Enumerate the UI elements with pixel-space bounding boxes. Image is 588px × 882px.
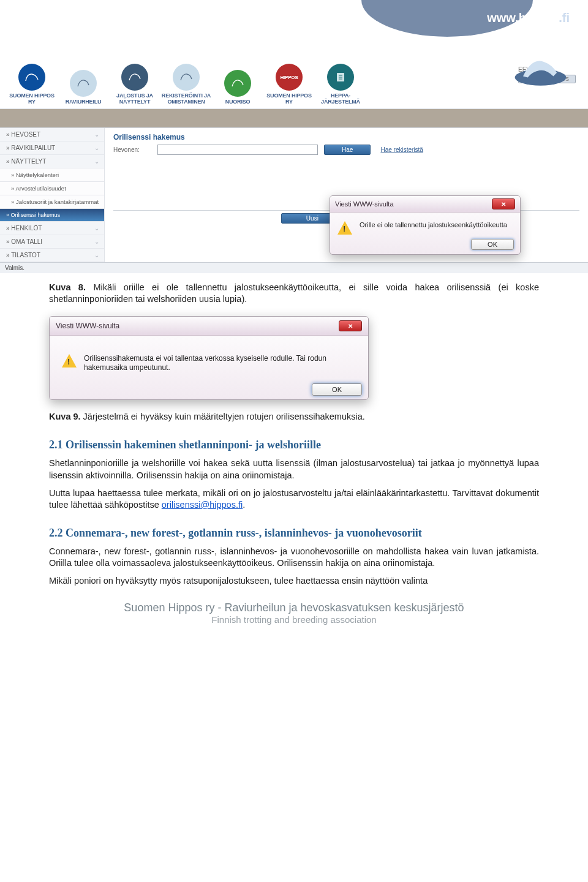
nav-item-youth[interactable]: NUORISO — [212, 70, 263, 108]
email-link[interactable]: orilisenssi@hippos.fi — [162, 500, 243, 510]
nav-item-register[interactable]: REKISTERÖINTI JA OMISTAMINEN — [160, 64, 212, 108]
brand-tld: .fi — [559, 11, 570, 24]
fig9-text: Järjestelmä ei hyväksy kuin määriteltyje… — [81, 412, 365, 421]
side-item-omatalli[interactable]: » OMA TALLI⌄ — [0, 235, 104, 249]
chevron-down-icon: ⌄ — [94, 158, 99, 165]
chevron-down-icon: ⌄ — [94, 252, 99, 258]
warning-icon — [337, 221, 352, 235]
fig8-text: Mikäli oriille ei ole tallennettu jalost… — [49, 282, 539, 304]
footer-line-1: Suomen Hippos ry - Raviurheilun ja hevos… — [0, 601, 588, 614]
brand-name: hippos — [519, 11, 559, 24]
page-footer: Suomen Hippos ry - Raviurheilun ja hevos… — [0, 601, 588, 625]
document-body-2: Kuva 9. Järjestelmä ei hyväksy kuin määr… — [0, 402, 588, 587]
app-screenshot: SUOMEN HIPPOS RY RAVIURHEILU JALOSTUS JA… — [0, 48, 588, 273]
registry-link[interactable]: Hae rekisteristä — [380, 146, 423, 153]
para-2-1b: Uutta lupaa haettaessa tulee merkata, mi… — [49, 488, 539, 511]
search-button[interactable]: Hae — [324, 145, 371, 155]
side-sub-jalostus[interactable]: » Jalostusoriit ja kantakirjatammat — [0, 195, 104, 209]
para-2-2a: Connemara-, new forest-, gotlannin russ-… — [49, 546, 539, 569]
document-body: Kuva 8. Mikäli oriille ei ole tallennett… — [0, 273, 588, 305]
document-icon — [327, 64, 354, 91]
svg-point-0 — [515, 69, 567, 86]
para-2-2b: Mikäli poniori on hyväksytty myös ratsup… — [49, 575, 539, 587]
dialog-title: Viesti WWW-sivulta — [56, 322, 119, 330]
nav-item-racing[interactable]: RAVIURHEILU — [58, 70, 109, 108]
heading-2-2: 2.2 Connemara-, new forest-, gotlannin r… — [49, 527, 539, 540]
horse-input[interactable] — [157, 145, 318, 155]
side-sub-arvostelu[interactable]: » Arvostelutilaisuudet — [0, 182, 104, 195]
brand-prefix: www. — [487, 11, 518, 24]
nav-item-hippos[interactable]: SUOMEN HIPPOS RY — [6, 64, 58, 108]
side-item-tilastot[interactable]: » TILASTOT⌄ — [0, 249, 104, 262]
dialog-message: Orilisenssihakemusta ei voi tallentaa ve… — [84, 354, 357, 372]
dialog-message: Orille ei ole tallennettu jalostukseenkä… — [360, 221, 507, 230]
side-sub-kalenteri[interactable]: » Näyttelykalenteri — [0, 168, 104, 182]
app-body: » HEVOSET⌄ » RAVIKILPAILUT⌄ » NÄYTTELYT⌄… — [0, 127, 588, 262]
alert-dialog-2: Viesti WWW-sivulta ✕ Orilisenssihakemust… — [49, 316, 369, 400]
dialog-titlebar: Viesti WWW-sivulta ✕ — [50, 317, 368, 336]
form-title: Orilisenssi hakemus — [113, 133, 579, 141]
chevron-down-icon: ⌄ — [94, 238, 99, 245]
nav-item-heppa[interactable]: HEPPA-JÄRJESTELMÄ — [315, 64, 366, 108]
horse-icon — [18, 64, 45, 91]
main-panel: Orilisenssi hakemus Hevonen: Hae Hae rek… — [105, 128, 588, 262]
side-item-henkilot[interactable]: » HENKILÖT⌄ — [0, 222, 104, 235]
horse-icon — [173, 64, 200, 91]
nav-item-breeding[interactable]: JALOSTUS JA NÄYTTELYT — [109, 64, 160, 108]
side-selected-orilisenssi[interactable]: » Orilisenssi hakemus — [0, 209, 104, 222]
chevron-down-icon: ⌄ — [94, 225, 99, 232]
alert-dialog: Viesti WWW-sivulta ✕ Orille ei ole talle… — [330, 195, 521, 255]
footer-line-2: Finnish trotting and breeding associatio… — [0, 614, 588, 625]
horse-logo-icon — [511, 52, 570, 89]
horse-icon — [224, 70, 251, 97]
dialog-title: Viesti WWW-sivulta — [335, 200, 394, 208]
side-nav: » HEVOSET⌄ » RAVIKILPAILUT⌄ » NÄYTTELYT⌄… — [0, 128, 105, 262]
top-nav: SUOMEN HIPPOS RY RAVIURHEILU JALOSTUS JA… — [0, 59, 588, 109]
brand-url: www.hippos.fi — [487, 11, 570, 25]
status-bar: Valmis. — [0, 262, 588, 273]
nav-item-hippos2[interactable]: HIPPOSSUOMEN HIPPOS RY — [263, 64, 315, 108]
horse-label: Hevonen: — [113, 146, 155, 153]
side-item-ravikilpailut[interactable]: » RAVIKILPAILUT⌄ — [0, 141, 104, 155]
horse-icon — [121, 64, 148, 91]
side-item-nayttelyt[interactable]: » NÄYTTELYT⌄ — [0, 155, 104, 168]
fig8-label: Kuva 8. — [49, 282, 86, 292]
side-item-hevoset[interactable]: » HEVOSET⌄ — [0, 128, 104, 141]
dialog-titlebar: Viesti WWW-sivulta ✕ — [330, 196, 520, 213]
hippos-badge-icon: HIPPOS — [276, 64, 303, 91]
chevron-down-icon: ⌄ — [94, 145, 99, 151]
fig9-label: Kuva 9. — [49, 412, 81, 421]
ok-button[interactable]: OK — [312, 383, 362, 396]
chevron-down-icon: ⌄ — [94, 131, 99, 138]
ok-button[interactable]: OK — [471, 239, 514, 250]
page-header: www.hippos.fi — [0, 0, 588, 36]
banner-photo — [0, 109, 588, 127]
heading-2-1: 2.1 Orilisenssin hakeminen shetlanninpon… — [49, 439, 539, 451]
para-2-1a: Shetlanninponioriille ja welshoriille vo… — [49, 458, 539, 481]
horse-icon — [70, 70, 97, 97]
close-icon[interactable]: ✕ — [339, 320, 362, 331]
warning-icon — [62, 354, 77, 368]
close-icon[interactable]: ✕ — [492, 198, 515, 209]
